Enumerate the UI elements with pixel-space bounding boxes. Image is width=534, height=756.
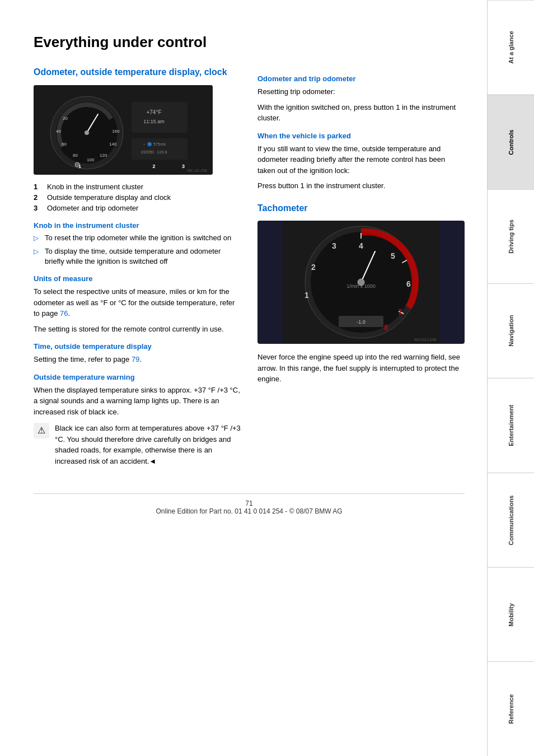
page-footer: 71 Online Edition for Part no. 01 41 0 0… [34, 493, 465, 515]
svg-text:-1.0: -1.0 [357, 319, 366, 325]
sidebar-tab-navigation[interactable]: Navigation [488, 283, 534, 378]
svg-text:032050 · 123.8: 032050 · 123.8 [141, 150, 167, 154]
knob-bullet-list: ▷ To reset the trip odometer while the i… [34, 233, 241, 267]
page-title: Everything under control [34, 34, 465, 51]
svg-rect-16 [132, 102, 188, 133]
right-column: Odometer and trip odometer Resetting tri… [257, 67, 465, 477]
parked-body2: Press button 1 in the instrument cluster… [257, 180, 465, 192]
warning-triangle-icon: ⚠ [34, 423, 49, 438]
item-number: 2 [34, 193, 43, 202]
svg-text:2: 2 [311, 263, 316, 272]
main-content: Everything under control Odometer, outsi… [0, 0, 487, 756]
odometer-subsection-title: Odometer and trip odometer [257, 74, 465, 83]
page-number: 71 [34, 500, 465, 507]
outside-temp-warning-title: Outside temperature warning [34, 373, 241, 381]
footer-text: Online Edition for Part no. 01 41 0 014 … [34, 507, 465, 515]
tachometer-body: Never force the engine speed up into the… [257, 352, 465, 385]
sidebar-tab-driving-tips[interactable]: Driving tips [488, 189, 534, 284]
svg-text:5: 5 [391, 251, 395, 260]
item-label: Odometer and trip odometer [47, 204, 138, 212]
parked-subsection-title: When the vehicle is parked [257, 132, 465, 140]
svg-text:160: 160 [112, 129, 120, 134]
svg-text:3: 3 [332, 241, 336, 250]
item-number: 1 [34, 183, 43, 191]
svg-text:4: 4 [359, 241, 363, 250]
svg-text:20: 20 [63, 116, 68, 121]
svg-text:120: 120 [100, 153, 107, 158]
tachometer-image: 4 5 6 3 2 1 7 8 1/min x 1000 [257, 221, 465, 344]
svg-text:2: 2 [152, 164, 155, 169]
time-display-title: Time, outside temperature display [34, 342, 241, 351]
svg-text:140: 140 [109, 142, 117, 147]
left-section-heading: Odometer, outside temperature display, c… [34, 67, 241, 78]
bullet-item: ▷ To display the time, outside temperatu… [34, 246, 241, 267]
bullet-arrow-icon: ▷ [34, 234, 40, 243]
svg-text:MC/02-L04K: MC/02-L04K [415, 338, 437, 342]
svg-text:1: 1 [305, 291, 309, 300]
outside-temp-warning-body: When the displayed temperature sinks to … [34, 385, 241, 418]
sidebar-tab-communications[interactable]: Communications [488, 473, 534, 567]
svg-text:8: 8 [384, 323, 388, 332]
svg-text:←: ← [409, 292, 416, 301]
svg-rect-20 [132, 138, 188, 160]
svg-text:40: 40 [56, 129, 61, 134]
odometer-body: Resetting trip odometer: [257, 86, 465, 97]
svg-text:6: 6 [406, 279, 411, 288]
sidebar-tab-controls[interactable]: Controls [488, 95, 534, 189]
sidebar-tab-mobility[interactable]: Mobility [488, 567, 534, 662]
sidebar-tab-reference[interactable]: Reference [488, 661, 534, 756]
numbered-items-list: 1 Knob in the instrument cluster 2 Outsi… [34, 183, 241, 212]
bullet-arrow-icon: ▷ [34, 247, 40, 267]
bullet-text: To reset the trip odometer while the ign… [45, 233, 231, 243]
sidebar-tab-entertainment[interactable]: Entertainment [488, 378, 534, 473]
item-label: Outside temperature display and clock [47, 193, 171, 202]
svg-text:60: 60 [62, 142, 67, 147]
svg-text:+74°F: +74°F [146, 109, 161, 115]
svg-text:MC-02-258: MC-02-258 [188, 169, 207, 172]
instrument-cluster-image: 20 40 60 80 100 120 140 160 1 [34, 85, 213, 175]
list-item: 1 Knob in the instrument cluster [34, 183, 241, 191]
svg-text:100: 100 [87, 157, 95, 162]
warning-box-text: Black ice can also form at temperatures … [55, 423, 241, 466]
odometer-body2: With the ignition switched on, press but… [257, 102, 465, 124]
list-item: 2 Outside temperature display and clock [34, 193, 241, 202]
time-display-body: Setting the time, refer to page 79. [34, 354, 241, 365]
bullet-item: ▷ To reset the trip odometer while the i… [34, 233, 241, 243]
svg-text:7: 7 [398, 307, 402, 316]
two-column-layout: Odometer, outside temperature display, c… [34, 67, 465, 477]
svg-text:→ 🔵 575mls: → 🔵 575mls [142, 142, 166, 147]
item-number: 3 [34, 204, 43, 212]
svg-point-41 [358, 279, 364, 286]
sidebar: At a glance Controls Driving tips Naviga… [487, 0, 534, 756]
knob-subsection-title: Knob in the instrument cluster [34, 221, 241, 230]
left-column: Odometer, outside temperature display, c… [34, 67, 241, 477]
svg-point-13 [85, 130, 89, 135]
svg-point-15 [75, 162, 79, 167]
sidebar-tab-at-a-glance[interactable]: At a glance [488, 0, 534, 95]
warning-box: ⚠ Black ice can also form at temperature… [34, 423, 241, 471]
tachometer-section: Tachometer [257, 203, 465, 385]
page-79-link[interactable]: 79 [132, 355, 139, 363]
units-body2: The setting is stored for the remote con… [34, 324, 241, 335]
parked-body: If you still want to view the time, outs… [257, 143, 465, 176]
page-76-link[interactable]: 76 [60, 309, 68, 318]
tachometer-heading: Tachometer [257, 203, 465, 214]
svg-text:11:15 am: 11:15 am [143, 119, 165, 124]
list-item: 3 Odometer and trip odometer [34, 204, 241, 212]
bullet-text: To display the time, outside temperature… [45, 246, 241, 267]
svg-text:80: 80 [73, 153, 78, 158]
units-subsection-title: Units of measure [34, 274, 241, 283]
units-body: To select the respective units of measur… [34, 286, 241, 319]
item-label: Knob in the instrument cluster [47, 183, 143, 191]
svg-text:3: 3 [182, 164, 185, 169]
